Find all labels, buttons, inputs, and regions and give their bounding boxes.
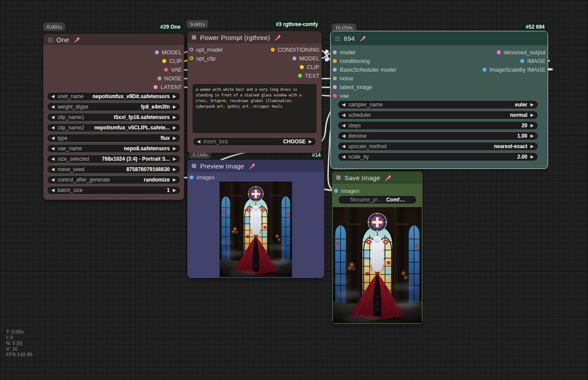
output-port[interactable] [497, 50, 501, 54]
input-port[interactable] [333, 94, 337, 98]
node-694-header[interactable]: 694 [331, 31, 548, 45]
increment-arrow-icon[interactable]: ▶ [530, 155, 534, 159]
decrement-arrow-icon[interactable]: ◀ [342, 102, 345, 107]
widget-noise-seed[interactable]: ◀noise_seed875878079166630▶ [47, 165, 181, 174]
node-graph-canvas[interactable]: 0.001s #29 One 9.601s #3 rgthree-comfy 1… [0, 0, 588, 380]
output-port[interactable] [300, 65, 304, 69]
widget-batch-size[interactable]: ◀batch_size1▶ [47, 186, 181, 195]
output-port[interactable] [158, 76, 161, 80]
node-power-prompt-header[interactable]: Power Prompt (rgthree) [187, 31, 322, 43]
increment-arrow-icon[interactable]: ▶ [173, 94, 176, 99]
widget-size-selected[interactable]: ◀size_selected768x1024 (3:4) - Portrait … [47, 155, 181, 163]
increment-arrow-icon[interactable]: ▶ [530, 144, 534, 149]
decrement-arrow-icon[interactable]: ◀ [51, 178, 55, 182]
input-port[interactable] [190, 56, 193, 60]
collapse-icon[interactable] [336, 175, 341, 180]
decrement-arrow-icon[interactable]: ◀ [51, 94, 55, 99]
decrement-arrow-icon[interactable]: ◀ [51, 188, 55, 192]
node-preview-image[interactable]: Preview Image images [187, 160, 324, 278]
node-save-image[interactable]: Save Image images filename_prefix ComfyU… [332, 172, 423, 324]
increment-arrow-icon[interactable]: ▶ [530, 123, 534, 128]
output-port[interactable] [292, 56, 296, 60]
input-label: model [340, 49, 355, 56]
output-port[interactable] [298, 74, 302, 78]
input-port[interactable] [333, 76, 337, 80]
output-label: NOISE [164, 75, 182, 82]
increment-arrow-icon[interactable]: ▶ [173, 115, 176, 119]
increment-arrow-icon[interactable]: ▶ [173, 188, 176, 192]
output-port[interactable] [162, 59, 166, 63]
decrement-arrow-icon[interactable]: ◀ [342, 123, 345, 128]
prompt-textarea[interactable]: a woman with white hair and a very long … [193, 84, 316, 133]
decrement-arrow-icon[interactable]: ◀ [51, 115, 55, 119]
input-port[interactable] [190, 175, 194, 179]
output-port[interactable] [154, 85, 158, 89]
node-save-header[interactable]: Save Image [332, 172, 423, 184]
increment-arrow-icon[interactable]: ▶ [173, 146, 176, 151]
output-port[interactable] [164, 68, 168, 72]
decrement-arrow-icon[interactable]: ◀ [51, 167, 55, 172]
widget-weight-dtype[interactable]: ◀weight_dtypefp8_e4m3fn▶ [47, 102, 181, 111]
decrement-arrow-icon[interactable]: ◀ [197, 139, 200, 144]
output-port[interactable] [271, 48, 275, 52]
input-port[interactable] [333, 50, 337, 54]
widget-filename-prefix[interactable]: filename_prefix ComfyUI [338, 195, 417, 204]
node-id-badge-one: #29 One [157, 23, 184, 31]
decrement-arrow-icon[interactable]: ◀ [51, 105, 55, 109]
decrement-arrow-icon[interactable]: ◀ [342, 113, 345, 117]
decrement-arrow-icon[interactable]: ◀ [51, 157, 55, 161]
timing-badge-power-prompt: 9.601s [187, 20, 208, 28]
collapse-icon[interactable] [192, 35, 196, 40]
drag-dots-icon[interactable] [335, 36, 340, 41]
input-port[interactable] [333, 59, 337, 63]
widget-steps[interactable]: ◀steps20▶ [338, 121, 538, 130]
widget-upscale-method[interactable]: ◀upscale_methodnearest-exact▶ [338, 142, 538, 151]
input-port[interactable] [190, 48, 193, 51]
increment-arrow-icon[interactable]: ▶ [530, 113, 534, 117]
widget-unet-name[interactable]: ◀unet_namenepotismfux_v9Dit.safetensors▶ [47, 92, 181, 101]
node-694[interactable]: 694 model conditioning BasicScheduler mo… [331, 31, 548, 169]
node-title: Preview Image [200, 162, 244, 170]
widget-clip-name1[interactable]: ◀clip_name1t5xxl_fp16.safetensors▶ [47, 113, 181, 122]
increment-arrow-icon[interactable]: ▶ [173, 178, 176, 182]
increment-arrow-icon[interactable]: ▶ [309, 139, 312, 144]
drag-dots-icon[interactable] [48, 37, 53, 42]
input-port[interactable] [333, 68, 337, 72]
node-id-badge-power-prompt: #3 rgthree-comfy [273, 20, 322, 28]
increment-arrow-icon[interactable]: ▶ [173, 167, 176, 172]
increment-arrow-icon[interactable]: ▶ [530, 134, 534, 138]
decrement-arrow-icon[interactable]: ◀ [342, 144, 345, 149]
decrement-arrow-icon[interactable]: ◀ [51, 126, 55, 130]
widget-scale-by[interactable]: ◀scale_by2.00▶ [338, 152, 538, 161]
widget-denoise[interactable]: ◀denoise1.00▶ [338, 132, 538, 140]
widget-clip-name2[interactable]: ◀clip_name2nepotismfux_v5CLIPL.safete...… [47, 123, 181, 132]
output-port[interactable] [520, 59, 524, 63]
node-title: Save Image [345, 174, 380, 182]
decrement-arrow-icon[interactable]: ◀ [51, 136, 55, 140]
decrement-arrow-icon[interactable]: ◀ [51, 146, 55, 151]
widget-type[interactable]: ◀typeflux▶ [47, 134, 181, 142]
increment-arrow-icon[interactable]: ▶ [173, 126, 176, 130]
widget-control-after-generate[interactable]: ◀control_after_generaterandomize▶ [47, 175, 181, 184]
decrement-arrow-icon[interactable]: ◀ [342, 155, 345, 159]
widget-sampler-name[interactable]: ◀sampler_nameeuler▶ [338, 100, 538, 109]
widget-vae-name[interactable]: ◀vae_namenepo8.safetensors▶ [47, 144, 181, 153]
node-one-header[interactable]: One [43, 34, 184, 45]
output-port[interactable] [483, 68, 486, 72]
output-port[interactable] [155, 50, 159, 54]
input-port[interactable] [333, 85, 337, 89]
increment-arrow-icon[interactable]: ▶ [173, 105, 176, 109]
preview-image [220, 182, 292, 277]
timing-badge-sampler: 16.059s [332, 23, 356, 32]
node-one[interactable]: One MODEL CLIP VAE NOISE LATENT ◀unet_na… [43, 34, 184, 200]
decrement-arrow-icon[interactable]: ◀ [342, 134, 345, 138]
node-power-prompt[interactable]: Power Prompt (rgthree) opt_model opt_cli… [187, 31, 322, 153]
collapse-icon[interactable] [192, 164, 196, 168]
input-port[interactable] [334, 189, 338, 193]
increment-arrow-icon[interactable]: ▶ [530, 102, 534, 107]
increment-arrow-icon[interactable]: ▶ [173, 136, 176, 140]
node-preview-header[interactable]: Preview Image [187, 160, 324, 172]
widget-insert-lora[interactable]: ◀ insert_lora CHOOSE ▶ [193, 137, 316, 146]
increment-arrow-icon[interactable]: ▶ [173, 157, 176, 161]
widget-scheduler[interactable]: ◀schedulernormal▶ [338, 111, 538, 119]
